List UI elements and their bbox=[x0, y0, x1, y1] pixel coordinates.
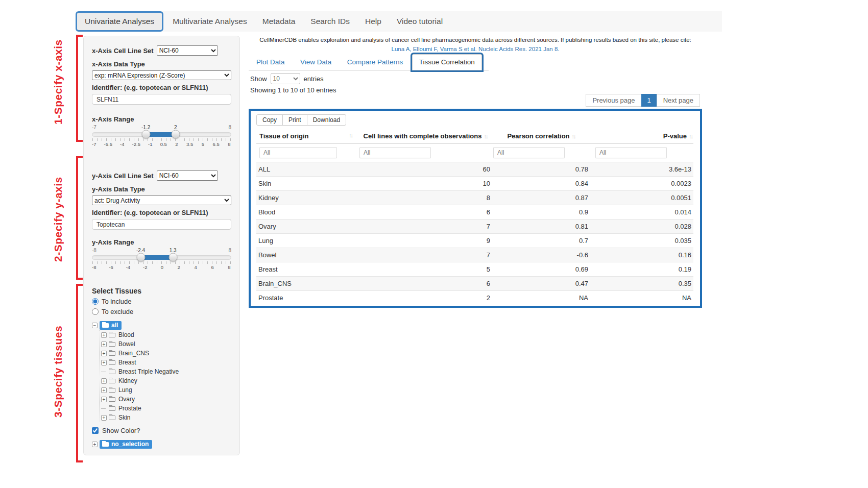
tree-item-bowel[interactable]: +Bowel bbox=[100, 339, 231, 349]
previous-page-button[interactable]: Previous page bbox=[586, 94, 641, 107]
table-cell: 0.035 bbox=[590, 234, 693, 248]
sort-icon[interactable]: ↑↓ bbox=[689, 133, 692, 139]
page-1-button[interactable]: 1 bbox=[641, 94, 657, 107]
sort-icon[interactable]: ↑↓ bbox=[572, 133, 575, 139]
tree-item-label: Breast bbox=[117, 359, 136, 366]
folder-icon bbox=[109, 416, 115, 420]
expand-icon[interactable]: + bbox=[101, 415, 107, 421]
tree-item-prostate[interactable]: Prostate bbox=[100, 404, 231, 413]
to-include-radio[interactable] bbox=[92, 298, 99, 305]
x-range-low-value: -1.2 bbox=[141, 125, 150, 130]
tree-node-no-selection[interactable]: no_selection bbox=[100, 440, 152, 449]
expand-icon[interactable]: + bbox=[101, 360, 107, 365]
table-cell: Ovary bbox=[256, 219, 358, 234]
tree-item-label: Ovary bbox=[117, 396, 135, 403]
column-header-pearson[interactable]: Pearson correlation↑↓ bbox=[492, 130, 590, 144]
show-label: Show bbox=[250, 75, 267, 83]
tree-item-breast-triple-negative[interactable]: Breast Triple Negative bbox=[100, 367, 231, 376]
citation-link[interactable]: Luna A, Elloumi F, Varma S et al. Nuclei… bbox=[392, 46, 560, 52]
expand-icon[interactable]: + bbox=[101, 397, 107, 402]
tree-item-skin[interactable]: +Skin bbox=[100, 413, 231, 422]
tick-label: 2 bbox=[177, 264, 181, 270]
x-range-max-label: 8 bbox=[228, 125, 231, 130]
x-axis-range-slider[interactable]: -7 8 -1.2 2 -7-5.5-4-2.5-10.523.556.58 bbox=[92, 125, 231, 148]
tree-item-breast[interactable]: +Breast bbox=[100, 358, 231, 367]
y-axis-identifier-label: Identifier: (e.g. topotecan or SLFN11) bbox=[92, 209, 231, 216]
tree-node-all[interactable]: all bbox=[100, 321, 122, 330]
tree-item-ovary[interactable]: +Ovary bbox=[100, 395, 231, 404]
tab-tissue-correlation[interactable]: Tissue Correlation bbox=[412, 54, 482, 70]
tab-view-data[interactable]: View Data bbox=[294, 55, 338, 70]
show-color-label: Show Color? bbox=[102, 427, 140, 434]
table-cell: 0.81 bbox=[492, 219, 590, 234]
x-range-high-handle[interactable] bbox=[171, 130, 180, 139]
table-row: Ovary70.810.028 bbox=[256, 219, 693, 234]
y-axis-range-slider[interactable]: -8 8 -2.4 1.3 -8-6-4-202468 bbox=[92, 248, 231, 271]
next-page-button[interactable]: Next page bbox=[657, 94, 700, 107]
y-axis-identifier-input[interactable] bbox=[92, 219, 231, 230]
tree-item-lung[interactable]: +Lung bbox=[100, 385, 231, 395]
tick-label: -5.5 bbox=[104, 141, 112, 147]
table-cell: 5 bbox=[358, 262, 492, 277]
tree-item-kidney[interactable]: +Kidney bbox=[100, 376, 231, 385]
y-range-high-handle[interactable] bbox=[168, 253, 177, 262]
y-range-tick-marks bbox=[92, 261, 231, 264]
column-header-cell-lines[interactable]: Cell lines with complete observations↑↓ bbox=[358, 130, 492, 144]
tree-item-blood[interactable]: +Blood bbox=[100, 330, 231, 339]
tick-label: -6 bbox=[109, 264, 113, 270]
filter-cell-lines-input[interactable] bbox=[359, 147, 431, 158]
filter-tissue-input[interactable] bbox=[259, 147, 337, 158]
folder-icon bbox=[109, 397, 115, 402]
table-cell: 0.78 bbox=[492, 162, 590, 177]
annotation-label-specify-y-axis: 2-Specify y-axis bbox=[51, 168, 65, 271]
x-axis-identifier-input[interactable] bbox=[92, 94, 231, 105]
table-cell: 9 bbox=[358, 234, 492, 248]
y-axis-cell-line-set-select[interactable]: NCI-60 bbox=[157, 170, 218, 181]
column-header-tissue[interactable]: Tissue of origin↑↓ bbox=[256, 130, 358, 144]
filter-pearson-input[interactable] bbox=[493, 147, 565, 158]
table-cell: 0.87 bbox=[492, 191, 590, 205]
x-axis-data-type-select[interactable]: exp: mRNA Expression (Z-Score) bbox=[92, 70, 231, 80]
expand-icon[interactable]: + bbox=[101, 387, 107, 393]
table-cell: Kidney bbox=[256, 191, 358, 205]
tab-compare-patterns[interactable]: Compare Patterns bbox=[341, 55, 410, 70]
x-axis-identifier-label: Identifier: (e.g. topotecan or SLFN11) bbox=[92, 84, 231, 91]
y-range-low-handle[interactable] bbox=[136, 253, 145, 262]
tree-node-no-selection-label: no_selection bbox=[111, 441, 149, 448]
column-header-pvalue[interactable]: P-value↑↓ bbox=[590, 130, 693, 144]
copy-button[interactable]: Copy bbox=[256, 114, 283, 126]
expand-icon[interactable]: + bbox=[101, 351, 107, 356]
expand-icon[interactable]: + bbox=[101, 341, 107, 347]
x-axis-cell-line-set-select[interactable]: NCI-60 bbox=[157, 45, 218, 56]
tab-plot-data[interactable]: Plot Data bbox=[250, 55, 292, 70]
collapse-icon[interactable]: − bbox=[92, 323, 98, 328]
expand-icon[interactable]: + bbox=[92, 442, 98, 447]
table-toolbar: Copy Print Download bbox=[256, 114, 694, 126]
nav-tab-multivariate-analyses[interactable]: Multivariate Analyses bbox=[165, 11, 255, 32]
tick-label: 4 bbox=[194, 264, 198, 270]
tick-label: -4 bbox=[120, 141, 124, 147]
radio-to-exclude[interactable]: To exclude bbox=[92, 308, 231, 315]
x-range-low-handle[interactable] bbox=[141, 130, 150, 139]
show-color-option[interactable]: Show Color? bbox=[92, 427, 231, 434]
show-color-checkbox[interactable] bbox=[92, 427, 99, 434]
tree-item-brain-cns[interactable]: +Brain_CNS bbox=[100, 349, 231, 358]
y-axis-data-type-select[interactable]: act: Drug Activity bbox=[92, 196, 231, 205]
filter-pvalue-input[interactable] bbox=[595, 147, 667, 158]
folder-icon bbox=[109, 333, 115, 337]
sort-icon[interactable]: ↑↓ bbox=[349, 132, 352, 138]
x-axis-data-type-label: x-Axis Data Type bbox=[92, 60, 231, 68]
radio-to-include[interactable]: To include bbox=[92, 298, 231, 305]
expand-icon[interactable]: + bbox=[101, 332, 107, 338]
expand-icon[interactable]: + bbox=[101, 378, 107, 384]
plot-tabbar: Plot Data View Data Compare Patterns Tis… bbox=[249, 54, 489, 71]
nav-tab-univariate-analyses[interactable]: Univariate Analyses bbox=[77, 13, 162, 30]
print-button[interactable]: Print bbox=[282, 114, 307, 126]
to-exclude-radio[interactable] bbox=[92, 308, 99, 315]
y-range-min-label: -8 bbox=[92, 248, 97, 253]
download-button[interactable]: Download bbox=[307, 114, 346, 126]
table-header-row: Tissue of origin↑↓ Cell lines with compl… bbox=[256, 130, 693, 144]
folder-icon bbox=[109, 351, 115, 356]
entries-per-page-select[interactable]: 10 bbox=[271, 73, 300, 84]
sort-icon[interactable]: ↑↓ bbox=[484, 133, 487, 139]
